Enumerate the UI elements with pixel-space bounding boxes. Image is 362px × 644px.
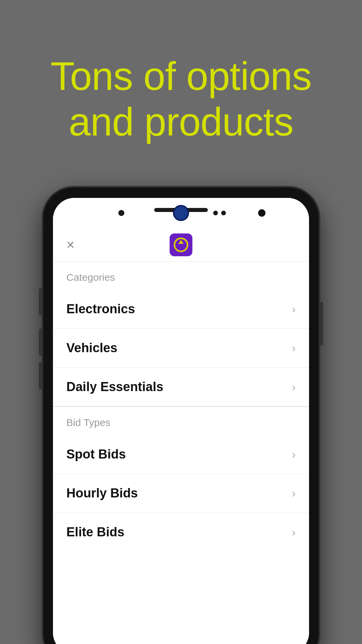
camera-left-dot [118,210,124,216]
menu-item-hourly-bids[interactable]: Hourly Bids › [53,474,309,513]
elite-bids-chevron-icon: › [292,526,296,539]
daily-essentials-label: Daily Essentials [66,380,163,394]
hero-heading: Tons of options and products [20,54,342,145]
elite-bids-label: Elite Bids [66,525,124,539]
electronics-label: Electronics [66,302,135,316]
camera-dot-1 [213,211,218,215]
menu-item-daily-essentials[interactable]: Daily Essentials › [53,368,309,406]
app-logo-icon [174,237,188,252]
close-button[interactable]: × [66,237,75,253]
menu-item-electronics[interactable]: Electronics › [53,290,309,329]
phone-shell: × Categories Electronics › Vehicles › [44,188,318,644]
phone-screen: × Categories Electronics › Vehicles › [53,198,309,644]
camera-far-right [258,209,265,217]
categories-label: Categories [53,262,309,290]
spot-bids-label: Spot Bids [66,447,126,462]
bid-types-label: Bid Types [53,407,309,435]
vehicles-label: Vehicles [66,341,117,355]
bid-types-section: Bid Types Spot Bids › Hourly Bids › Elit… [53,407,309,551]
electronics-chevron-icon: › [292,303,296,316]
app-logo [170,233,192,256]
menu-item-spot-bids[interactable]: Spot Bids › [53,435,309,474]
categories-section: Categories Electronics › Vehicles › Dail… [53,262,309,406]
app-content: Categories Electronics › Vehicles › Dail… [53,262,309,644]
phone-mockup: × Categories Electronics › Vehicles › [44,188,318,644]
daily-essentials-chevron-icon: › [292,380,296,393]
vehicles-chevron-icon: › [292,341,296,355]
phone-top-bar [53,198,309,228]
menu-item-vehicles[interactable]: Vehicles › [53,329,309,368]
hourly-bids-label: Hourly Bids [66,486,138,500]
menu-item-elite-bids[interactable]: Elite Bids › [53,513,309,551]
camera-dot-2 [221,211,226,215]
camera-right-dots [213,211,226,215]
hourly-bids-chevron-icon: › [292,487,296,500]
camera-center-dot [174,206,188,220]
spot-bids-chevron-icon: › [292,448,296,461]
app-header: × [53,228,309,262]
